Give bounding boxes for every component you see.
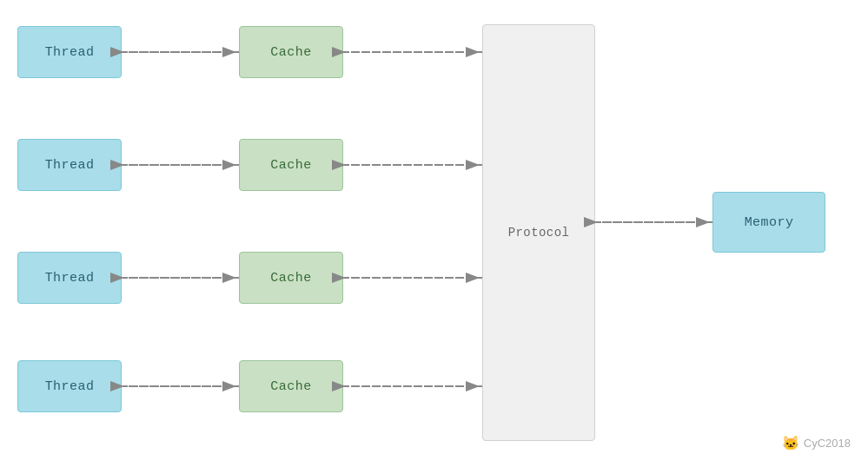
thread-box-1: Thread bbox=[17, 26, 122, 78]
thread-box-2: Thread bbox=[17, 139, 122, 191]
cat-icon: 🐱 bbox=[782, 435, 799, 451]
cache-box-1: Cache bbox=[239, 26, 343, 78]
watermark: 🐱 CyC2018 bbox=[782, 435, 851, 451]
thread-box-4: Thread bbox=[17, 360, 122, 412]
protocol-box: Protocol bbox=[482, 24, 595, 441]
memory-box: Memory bbox=[712, 192, 825, 253]
cache-box-4: Cache bbox=[239, 360, 343, 412]
cache-box-3: Cache bbox=[239, 252, 343, 304]
thread-box-3: Thread bbox=[17, 252, 122, 304]
diagram: Thread Thread Thread Thread Cache Cache … bbox=[0, 0, 868, 467]
cache-box-2: Cache bbox=[239, 139, 343, 191]
